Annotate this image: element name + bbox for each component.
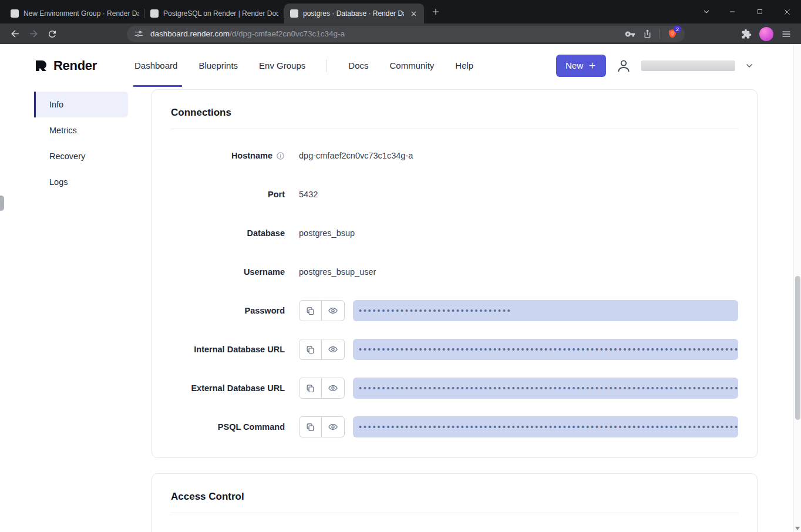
- card-divider: [171, 513, 738, 513]
- copy-button[interactable]: [299, 378, 322, 399]
- new-button-label: New: [566, 60, 583, 70]
- account-chevron-down-icon[interactable]: [745, 61, 754, 70]
- close-window-button[interactable]: [773, 0, 801, 23]
- password-key-icon[interactable]: [625, 29, 635, 39]
- new-tab-button[interactable]: [428, 4, 444, 20]
- sidebar-item-recovery[interactable]: Recovery: [34, 143, 128, 169]
- maximize-button[interactable]: [746, 0, 773, 23]
- nav-item-blueprints[interactable]: Blueprints: [198, 44, 238, 87]
- nav-divider: [327, 59, 327, 72]
- reload-button[interactable]: [43, 25, 61, 43]
- render-brand-name: Render: [53, 58, 97, 73]
- sidebar-item-label: Logs: [49, 177, 68, 187]
- nav-item-dashboard[interactable]: Dashboard: [134, 44, 177, 87]
- connection-field-label: Internal Database URL: [194, 345, 285, 354]
- masked-dots: ••••••••••••••••••••••••••••••••••••••••…: [359, 384, 738, 392]
- sidebar-item-label: Info: [49, 100, 63, 109]
- new-button[interactable]: New: [556, 55, 606, 77]
- sidebar-item-metrics[interactable]: Metrics: [34, 117, 128, 143]
- tab-title: PostgreSQL on Render | Render Docs: [163, 9, 278, 18]
- forward-button[interactable]: [25, 25, 42, 43]
- masked-dots: ••••••••••••••••••••••••••••••••••••••••…: [359, 423, 738, 431]
- sidebar-item-label: Recovery: [49, 151, 85, 161]
- window-controls: [718, 0, 801, 23]
- site-settings-icon[interactable]: [134, 29, 144, 39]
- nav-item-label: Blueprints: [198, 60, 238, 70]
- nav-item-env-groups[interactable]: Env Groups: [259, 44, 305, 87]
- reveal-eye-button[interactable]: [322, 339, 345, 360]
- sidebar: Info Metrics Recovery Logs: [34, 92, 128, 195]
- reveal-eye-button[interactable]: [322, 300, 345, 321]
- nav-item-label: Help: [455, 60, 473, 70]
- tab-list-chevron-button[interactable]: [695, 0, 718, 23]
- browser-tab-strip: New Environment Group · Render Das Postg…: [0, 0, 801, 23]
- scrollbar-down-arrow[interactable]: [795, 527, 800, 530]
- connection-field-value: 5432: [299, 190, 318, 199]
- connection-field-label: Database: [247, 228, 285, 238]
- copy-button[interactable]: [299, 300, 322, 321]
- reveal-eye-button[interactable]: [322, 378, 345, 399]
- account-name-redacted: [641, 60, 735, 71]
- omnibox-divider: [659, 29, 660, 39]
- nav-item-docs[interactable]: Docs: [348, 44, 368, 87]
- secret-controls: ••••••••••••••••••••••••••••••••••••••••…: [299, 416, 738, 437]
- connection-field-value: dpg-cmfaef2cn0vc73c1c34g-a: [299, 151, 413, 160]
- tab-title: New Environment Group · Render Das: [23, 9, 139, 18]
- page-scrollbar[interactable]: [793, 44, 801, 532]
- profile-avatar[interactable]: [758, 25, 775, 43]
- connection-row: Username postgres_bsup_user: [171, 252, 738, 291]
- masked-value-field[interactable]: ••••••••••••••••••••••••••••••••••••••••…: [353, 339, 738, 360]
- render-logo-mark: [34, 59, 48, 73]
- nav-item-community[interactable]: Community: [390, 44, 435, 87]
- connections-title: Connections: [152, 90, 757, 129]
- brave-shield-icon[interactable]: 2: [667, 28, 678, 39]
- extensions-icon[interactable]: [738, 25, 755, 43]
- browser-tab[interactable]: PostgreSQL on Render | Render Docs: [144, 4, 284, 23]
- connection-row: Hostname dpg-cmfaef2cn0vc73c1c34g-a: [171, 136, 738, 175]
- scrollbar-thumb[interactable]: [795, 276, 800, 420]
- copy-button[interactable]: [299, 416, 322, 437]
- connection-field-value: postgres_bsup: [299, 228, 355, 238]
- browser-sidebar-handle[interactable]: [0, 196, 4, 211]
- sidebar-item-info[interactable]: Info: [34, 92, 128, 117]
- menu-button[interactable]: [778, 25, 795, 43]
- account-person-icon[interactable]: [615, 58, 632, 74]
- connection-field-label: Password: [245, 306, 285, 315]
- tab-favicon: [290, 9, 298, 18]
- masked-value-field[interactable]: ••••••••••••••••••••••••••••••••••••••••…: [353, 416, 738, 437]
- avatar: [759, 27, 773, 41]
- info-icon[interactable]: [276, 151, 285, 160]
- tab-close-icon[interactable]: [409, 9, 418, 18]
- render-logo[interactable]: Render: [34, 58, 97, 73]
- nav-item-label: Env Groups: [259, 60, 305, 70]
- url-host: dashboard.render.com: [150, 29, 230, 38]
- reveal-eye-button[interactable]: [322, 416, 345, 437]
- address-bar[interactable]: dashboard.render.com/d/dpg-cmfaef2cn0vc7…: [127, 26, 685, 42]
- secret-controls: ••••••••••••••••••••••••••••••••••••••••…: [299, 378, 738, 399]
- header-nav: Dashboard Blueprints Env Groups Docs Com…: [134, 44, 473, 87]
- browser-tab[interactable]: New Environment Group · Render Das: [5, 4, 144, 23]
- render-dashboard-page: Render Dashboard Blueprints Env Groups D…: [0, 44, 801, 532]
- connection-row: Password •••••••••••••••••••••••••••••••…: [171, 291, 738, 330]
- nav-item-label: Dashboard: [134, 60, 177, 70]
- url-path: /d/dpg-cmfaef2cn0vc73c1c34g-a: [230, 29, 345, 38]
- nav-item-help[interactable]: Help: [455, 44, 473, 87]
- browser-tab[interactable]: postgres · Database · Render Da: [284, 4, 424, 23]
- copy-button[interactable]: [299, 339, 322, 360]
- url-text: dashboard.render.com/d/dpg-cmfaef2cn0vc7…: [150, 29, 619, 38]
- masked-value-field[interactable]: ••••••••••••••••••••••••••••••••••••••••…: [353, 378, 738, 399]
- sidebar-item-label: Metrics: [49, 126, 77, 135]
- minimize-button[interactable]: [718, 0, 746, 23]
- access-control-title: Access Control: [152, 474, 757, 513]
- header-right: New: [556, 55, 754, 77]
- connection-row: Port 5432: [171, 175, 738, 214]
- connection-row: External Database URL ••••••••••••••••••…: [171, 369, 738, 408]
- masked-value-field[interactable]: •••••••••••••••••••••••••••••••••: [353, 300, 738, 321]
- connections-card: Connections Hostname dpg-cmfaef2cn0vc73c…: [152, 89, 758, 458]
- share-icon[interactable]: [642, 29, 652, 39]
- nav-item-label: Community: [390, 60, 435, 70]
- back-button[interactable]: [6, 25, 23, 43]
- sidebar-item-logs[interactable]: Logs: [34, 169, 128, 195]
- connection-field-label: PSQL Command: [218, 422, 285, 432]
- tab-title: postgres · Database · Render Da: [303, 9, 404, 18]
